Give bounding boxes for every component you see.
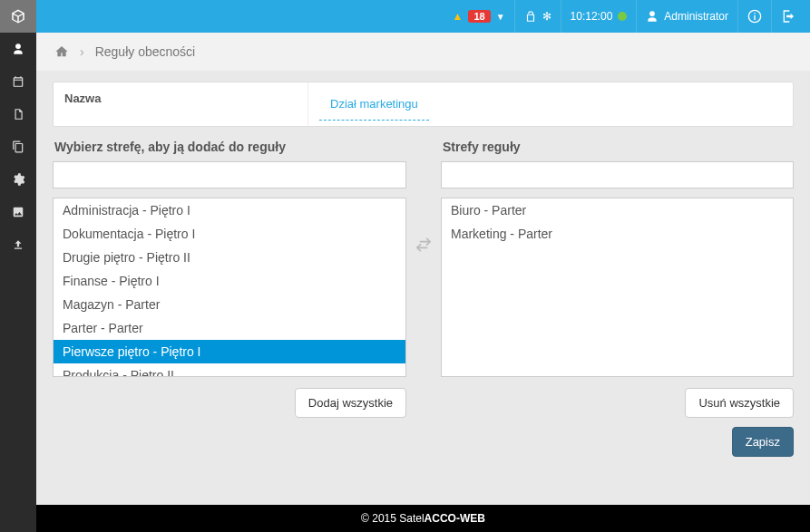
name-value[interactable]: Dział marketingu xyxy=(319,88,429,121)
time-text: 10:12:00 xyxy=(571,10,613,23)
list-item[interactable]: Finanse - Piętro I xyxy=(54,269,405,293)
breadcrumb-separator-icon: › xyxy=(80,44,84,59)
topbar: ▲ 18 ▼ ✻ 10:12:00 Administrator xyxy=(36,0,810,33)
footer-product: ACCO-WEB xyxy=(425,512,485,525)
list-item[interactable]: Marketing - Parter xyxy=(442,222,793,246)
save-button[interactable]: Zapisz xyxy=(732,427,794,457)
list-item[interactable]: Produkcja - Piętro II xyxy=(54,363,405,377)
transfer-column xyxy=(406,136,441,254)
info-icon xyxy=(747,9,762,24)
snowflake-icon: ✻ xyxy=(542,10,551,23)
name-panel: Nazwa Dział marketingu xyxy=(53,82,794,127)
user-menu[interactable]: Administrator xyxy=(636,0,737,33)
sidebar xyxy=(0,0,36,532)
alerts-button[interactable]: ▲ 18 ▼ xyxy=(444,0,514,33)
footer: © 2015 Satel ACCO-WEB xyxy=(36,505,810,532)
chevron-down-icon: ▼ xyxy=(496,12,505,22)
available-zones-list[interactable]: Administracja - Piętro IDokumentacja - P… xyxy=(53,198,406,377)
nav-calendar-icon[interactable] xyxy=(0,65,36,98)
info-button[interactable] xyxy=(737,0,771,33)
available-zones-search[interactable] xyxy=(53,161,406,189)
alerts-badge: 18 xyxy=(468,10,490,23)
nav-users-icon[interactable] xyxy=(0,33,36,65)
rule-zones-list[interactable]: Biuro - ParterMarketing - Parter xyxy=(441,198,794,377)
warning-icon: ▲ xyxy=(453,10,464,23)
list-item[interactable]: Dokumentacja - Piętro I xyxy=(54,222,405,246)
status-indicator xyxy=(618,12,627,21)
list-item[interactable]: Drugie piętro - Piętro II xyxy=(54,246,405,269)
nav-document-icon[interactable] xyxy=(0,98,36,131)
list-item[interactable]: Biuro - Parter xyxy=(442,198,793,222)
exchange-icon xyxy=(415,236,433,254)
content: Nazwa Dział marketingu Wybierz strefę, a… xyxy=(36,71,810,505)
clock-display: 10:12:00 xyxy=(561,0,637,33)
breadcrumb-page: Reguły obecności xyxy=(95,44,196,59)
available-zones-title: Wybierz strefę, aby ją dodać do reguły xyxy=(53,136,406,161)
rule-zones-search[interactable] xyxy=(441,161,794,189)
footer-prefix: © 2015 Satel xyxy=(361,512,425,525)
user-icon xyxy=(646,10,659,23)
name-label: Nazwa xyxy=(54,82,308,126)
home-icon[interactable] xyxy=(54,44,69,59)
list-item[interactable]: Parter - Parter xyxy=(54,316,405,340)
zone-columns: Wybierz strefę, aby ją dodać do reguły A… xyxy=(53,136,794,457)
list-item[interactable]: Administracja - Piętro I xyxy=(54,198,405,222)
rule-zones-title: Strefy reguły xyxy=(441,136,794,161)
main-area: ▲ 18 ▼ ✻ 10:12:00 Administrator › Reguły… xyxy=(36,0,810,532)
logout-button[interactable] xyxy=(771,0,805,33)
nav-settings-icon[interactable] xyxy=(0,163,36,196)
logout-icon xyxy=(781,9,795,24)
nav-copy-icon[interactable] xyxy=(0,131,36,163)
unlock-button[interactable]: ✻ xyxy=(514,0,561,33)
breadcrumb: › Reguły obecności xyxy=(36,33,810,71)
cube-icon xyxy=(10,8,26,24)
unlock-icon xyxy=(524,10,537,23)
add-all-button[interactable]: Dodaj wszystkie xyxy=(295,388,406,418)
nav-upload-icon[interactable] xyxy=(0,228,36,261)
remove-all-button[interactable]: Usuń wszystkie xyxy=(685,388,794,418)
available-zones-column: Wybierz strefę, aby ją dodać do reguły A… xyxy=(53,136,406,418)
nav-image-icon[interactable] xyxy=(0,196,36,228)
rule-zones-column: Strefy reguły Biuro - ParterMarketing - … xyxy=(441,136,794,457)
user-label: Administrator xyxy=(664,10,728,23)
app-logo[interactable] xyxy=(0,0,36,33)
list-item[interactable]: Pierwsze piętro - Piętro I xyxy=(54,340,405,363)
list-item[interactable]: Magazyn - Parter xyxy=(54,293,405,316)
